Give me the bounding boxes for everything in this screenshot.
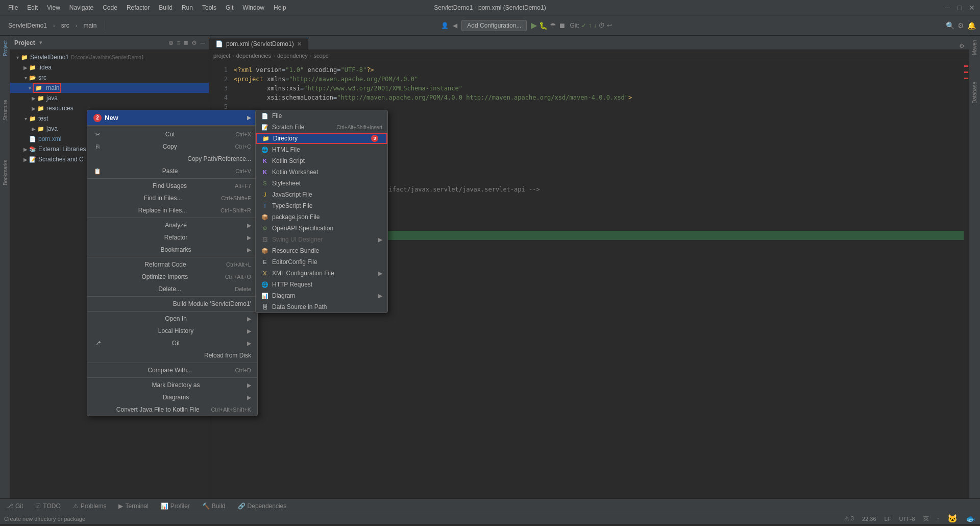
bread-dependency[interactable]: dependency — [277, 53, 308, 59]
tab-close-icon[interactable]: ✕ — [297, 41, 302, 47]
ctx-mark-dir[interactable]: Mark Directory as ▶ — [87, 379, 257, 391]
status-errors[interactable]: ⚠ 3 — [844, 515, 854, 522]
ctx-bookmarks[interactable]: Bookmarks ▶ — [87, 244, 257, 256]
ctx-paste[interactable]: 📋 Paste Ctrl+V — [87, 165, 257, 177]
minimize-panel-icon[interactable]: ─ — [200, 39, 205, 46]
sub-kotlin-worksheet[interactable]: K Kotlin Worksheet — [256, 166, 387, 178]
status-lf[interactable]: LF — [885, 516, 891, 522]
git-push[interactable]: ↑ — [589, 22, 592, 29]
tree-item-src[interactable]: ▾ 📂 src — [10, 73, 209, 83]
sub-file[interactable]: 📄 File — [256, 110, 387, 122]
sidebar-bookmarks[interactable]: Bookmarks — [1, 162, 10, 183]
tree-item-idea[interactable]: ▶ 📁 .idea — [10, 62, 209, 73]
ctx-find-usages[interactable]: Find Usages Alt+F7 — [87, 180, 257, 192]
maximize-button[interactable]: □ — [955, 4, 964, 12]
context-new-item[interactable]: 2 New ▶ — [87, 110, 257, 126]
sub-http-request[interactable]: 🌐 HTTP Request — [256, 279, 387, 290]
bread-dependencies[interactable]: dependencies — [236, 53, 272, 59]
sub-kotlin-script[interactable]: K Kotlin Script — [256, 155, 387, 166]
sort-icon[interactable]: ≣ — [183, 39, 188, 46]
src-breadcrumb[interactable]: src — [57, 20, 74, 31]
tree-item-root[interactable]: ▾ 📁 ServletDemo1 D:\code\Java\bite\Servl… — [10, 52, 209, 62]
ctx-git[interactable]: ⎇ Git ▶ — [87, 337, 257, 349]
ctx-copy-path[interactable]: Copy Path/Reference... — [87, 153, 257, 165]
tab-todo[interactable]: ☑ TODO — [29, 500, 66, 512]
tab-build[interactable]: 🔨 Build — [196, 500, 232, 512]
ctx-replace-files[interactable]: Replace in Files... Ctrl+Shift+R — [87, 204, 257, 217]
tab-git[interactable]: ⎇ Git — [0, 500, 29, 512]
status-encoding[interactable]: UTF-8 — [899, 516, 915, 522]
ctx-optimize[interactable]: Optimize Imports Ctrl+Alt+O — [87, 271, 257, 283]
sub-stylesheet[interactable]: S Stylesheet — [256, 178, 387, 189]
tab-problems[interactable]: ⚠ Problems — [67, 500, 113, 512]
tree-item-main[interactable]: ▾ 📁 main — [10, 83, 209, 93]
menu-file[interactable]: File — [4, 3, 22, 13]
menu-window[interactable]: Window — [238, 3, 268, 13]
search-icon[interactable]: 🔍 — [946, 21, 954, 30]
stop-button[interactable]: ⏹ — [558, 21, 566, 30]
ctx-reload[interactable]: Reload from Disk — [87, 349, 257, 362]
sub-scratch-file[interactable]: 📝 Scratch File Ctrl+Alt+Shift+Insert — [256, 122, 387, 133]
ctx-build-module[interactable]: Build Module 'ServletDemo1' — [87, 298, 257, 310]
menu-git[interactable]: Git — [222, 3, 237, 13]
close-button[interactable]: ✕ — [968, 4, 976, 12]
menu-run[interactable]: Run — [178, 3, 197, 13]
debug-button[interactable]: 🐛 — [539, 21, 548, 30]
menu-help[interactable]: Help — [270, 3, 290, 13]
ctx-open-in[interactable]: Open In ▶ — [87, 313, 257, 325]
ctx-local-history[interactable]: Local History ▶ — [87, 325, 257, 337]
ctx-copy[interactable]: ⎘ Copy Ctrl+C — [87, 140, 257, 153]
sub-openapi[interactable]: ⚙ OpenAPI Specification — [256, 223, 387, 234]
git-revert[interactable]: ↩ — [607, 22, 612, 29]
ctx-analyze[interactable]: Analyze ▶ — [87, 219, 257, 231]
sub-html[interactable]: 🌐 HTML File — [256, 144, 387, 155]
project-name[interactable]: ServletDemo1 — [4, 20, 51, 31]
settings-panel-icon[interactable]: ⚙ — [191, 39, 197, 46]
tab-pomxml[interactable]: 📄 pom.xml (ServletDemo1) ✕ — [209, 38, 308, 50]
ctx-delete[interactable]: Delete... Delete — [87, 283, 257, 295]
editor-options-icon[interactable]: ⚙ — [959, 42, 965, 50]
database-sidebar-tab[interactable]: Database — [970, 80, 979, 106]
git-pull[interactable]: ↓ — [594, 22, 597, 29]
git-history[interactable]: ⏱ — [599, 22, 605, 29]
tree-item-java1[interactable]: ▶ 📁 java — [10, 93, 209, 103]
bread-project[interactable]: project — [213, 53, 230, 59]
ctx-refactor[interactable]: Refactor ▶ — [87, 231, 257, 244]
settings-icon[interactable]: ⚙ — [958, 21, 964, 30]
sub-directory[interactable]: 📁 Directory 3 — [256, 133, 387, 144]
menu-tools[interactable]: Tools — [198, 3, 220, 13]
add-configuration-button[interactable]: Add Configuration... — [461, 20, 527, 31]
git-checkmark[interactable]: ✓ — [581, 22, 586, 29]
status-lang[interactable]: 英 — [923, 515, 929, 522]
ctx-find-files[interactable]: Find in Files... Ctrl+Shift+F — [87, 192, 257, 204]
project-dropdown-icon[interactable]: ▾ — [39, 39, 42, 46]
bread-scope[interactable]: scope — [314, 53, 329, 59]
collapse-icon[interactable]: ≡ — [177, 39, 180, 46]
sub-data-source[interactable]: 🗄 Data Source in Path — [256, 301, 387, 313]
sub-editorconfig[interactable]: E EditorConfig File — [256, 256, 387, 268]
ctx-convert-kotlin[interactable]: Convert Java File to Kotlin File Ctrl+Al… — [87, 403, 257, 416]
main-breadcrumb[interactable]: main — [79, 20, 101, 31]
tab-dependencies[interactable]: 🔗 Dependencies — [232, 500, 293, 512]
ctx-diagrams[interactable]: Diagrams ▶ — [87, 391, 257, 403]
menu-edit[interactable]: Edit — [23, 3, 42, 13]
ctx-compare[interactable]: Compare With... Ctrl+D — [87, 364, 257, 376]
sub-resource-bundle[interactable]: 📦 Resource Bundle — [256, 245, 387, 256]
sub-typescript[interactable]: T TypeScript File — [256, 200, 387, 211]
tab-profiler[interactable]: 📊 Profiler — [155, 500, 196, 512]
nav-back-icon[interactable]: ◀ — [453, 22, 457, 29]
sub-diagram[interactable]: 📊 Diagram ▶ — [256, 290, 387, 301]
coverage-button[interactable]: ☂ — [550, 21, 556, 30]
sidebar-project[interactable]: Project — [1, 38, 10, 58]
minimize-button[interactable]: ─ — [943, 4, 951, 12]
sub-packagejson[interactable]: 📦 package.json File — [256, 211, 387, 223]
sub-xml-config[interactable]: X XML Configuration File ▶ — [256, 268, 387, 279]
menu-view[interactable]: View — [43, 3, 64, 13]
menu-code[interactable]: Code — [99, 3, 121, 13]
sub-javascript[interactable]: J JavaScript File — [256, 189, 387, 200]
menu-refactor[interactable]: Refactor — [122, 3, 154, 13]
ctx-cut[interactable]: ✂ Cut Ctrl+X — [87, 128, 257, 140]
tab-terminal[interactable]: ▶ Terminal — [112, 500, 154, 512]
notifications-icon[interactable]: 🔔 — [967, 21, 976, 30]
ctx-reformat[interactable]: Reformat Code Ctrl+Alt+L — [87, 258, 257, 271]
